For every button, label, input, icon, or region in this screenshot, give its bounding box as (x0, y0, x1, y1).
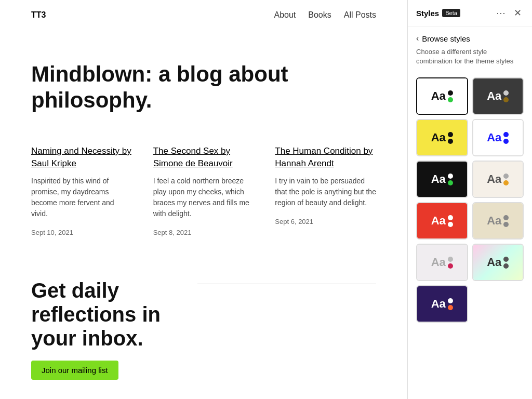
dot-accent (448, 263, 453, 269)
hero-section: Mindblown: a blog about philosophy. (31, 30, 376, 135)
post-date: Sept 8, 2021 (153, 229, 192, 236)
style-aa-label: Aa (431, 131, 446, 144)
dot-primary (448, 298, 453, 303)
panel-browse-header: ‹ Browse styles (408, 26, 532, 47)
style-card-pastel[interactable]: Aa (472, 244, 524, 281)
mailing-list-button[interactable]: Join our mailing list (31, 361, 118, 380)
dot-accent (503, 97, 509, 102)
style-dots (448, 90, 453, 102)
newsletter-divider (197, 284, 376, 284)
posts-grid: Naming and Necessity by Saul Kripke Insp… (31, 135, 376, 258)
post-excerpt: I feel a cold northern breeze play upon … (153, 176, 255, 219)
dot-accent (503, 222, 509, 227)
post-card: The Human Condition by Hannah Arendt I t… (275, 145, 376, 237)
style-dots (503, 132, 509, 144)
style-card-inner: Aa (473, 78, 523, 114)
style-dots (503, 257, 509, 269)
blog-area: TT3 About Books All Posts Mindblown: a b… (0, 0, 407, 399)
dot-primary (503, 257, 509, 262)
style-aa-label: Aa (487, 131, 501, 144)
dot-primary (448, 215, 453, 220)
styles-panel: Styles Beta ⋯ ✕ ‹ Browse styles Choose a… (407, 0, 532, 399)
post-excerpt: I try in vain to be persuaded that the p… (275, 176, 376, 208)
style-aa-label: Aa (431, 89, 446, 103)
browse-subtitle: Choose a different style combination for… (408, 47, 532, 73)
style-card-white[interactable]: Aa (416, 77, 468, 115)
hero-heading: Mindblown: a blog about philosophy. (31, 61, 376, 114)
post-title[interactable]: The Human Condition by Hannah Arendt (275, 145, 376, 170)
style-aa-label: Aa (431, 297, 446, 311)
style-dots (503, 90, 509, 102)
style-card-inner: Aa (417, 203, 467, 238)
style-card-beige[interactable]: Aa (472, 202, 524, 240)
dot-accent (503, 180, 509, 185)
style-aa-label: Aa (487, 89, 501, 103)
dot-accent (503, 263, 509, 269)
style-dots (503, 174, 509, 185)
style-aa-label: Aa (487, 214, 501, 228)
post-card: The Second Sex by Simone de Beauvoir I f… (153, 145, 255, 237)
panel-header: Styles Beta ⋯ ✕ (408, 0, 532, 26)
browse-title: Browse styles (422, 34, 470, 43)
newsletter-heading: Get daily reflections in your inbox. (31, 278, 177, 350)
style-aa-label: Aa (431, 172, 446, 186)
dot-primary (503, 132, 509, 137)
post-excerpt: Inspirited by this wind of promise, my d… (31, 176, 132, 219)
beta-badge: Beta (442, 9, 460, 17)
site-logo: TT3 (31, 10, 46, 20)
dot-primary (503, 215, 509, 220)
dot-accent (448, 139, 453, 144)
dot-primary (448, 257, 453, 262)
post-title[interactable]: Naming and Necessity by Saul Kripke (31, 145, 132, 170)
style-card-inner: Aa (473, 162, 523, 197)
style-card-dark-gray[interactable]: Aa (472, 77, 524, 115)
style-dots (448, 298, 453, 310)
more-menu-button[interactable]: ⋯ (494, 6, 508, 20)
styles-grid: Aa Aa Aa (408, 73, 532, 327)
post-date: Sept 10, 2021 (31, 229, 73, 236)
style-dots (448, 257, 453, 269)
dot-accent (503, 139, 509, 144)
back-arrow-icon[interactable]: ‹ (416, 34, 419, 43)
style-card-yellow[interactable]: Aa (416, 119, 468, 156)
style-card-inner: Aa (417, 120, 467, 155)
dot-primary (448, 90, 453, 96)
site-header: TT3 About Books All Posts (31, 0, 376, 30)
panel-title-area: Styles Beta (416, 9, 460, 18)
post-date: Sept 6, 2021 (275, 218, 313, 225)
nav-about[interactable]: About (274, 10, 296, 20)
style-card-inner: Aa (473, 120, 523, 155)
nav-all-posts[interactable]: All Posts (344, 10, 376, 20)
newsletter-right (197, 278, 376, 295)
style-aa-label: Aa (487, 256, 501, 269)
style-card-white-blue[interactable]: Aa (472, 119, 524, 156)
panel-title: Styles (416, 9, 439, 18)
style-aa-label: Aa (431, 256, 446, 269)
nav-books[interactable]: Books (308, 10, 331, 20)
newsletter-section: Get daily reflections in your inbox. Joi… (31, 258, 376, 399)
dot-primary (503, 90, 509, 96)
style-card-inner: Aa (473, 245, 523, 280)
style-dots (503, 215, 509, 227)
post-title[interactable]: The Second Sex by Simone de Beauvoir (153, 145, 255, 170)
panel-actions: ⋯ ✕ (494, 6, 524, 20)
style-dots (448, 215, 453, 227)
dot-primary (503, 174, 509, 179)
dot-accent (448, 180, 453, 185)
style-card-cream[interactable]: Aa (472, 161, 524, 198)
style-aa-label: Aa (487, 172, 501, 186)
style-card-inner: Aa (417, 162, 467, 197)
style-card-black[interactable]: Aa (416, 161, 468, 198)
dot-primary (448, 132, 453, 137)
style-dots (448, 132, 453, 144)
style-card-light-gray[interactable]: Aa (416, 244, 468, 281)
close-panel-button[interactable]: ✕ (512, 6, 524, 20)
style-card-red[interactable]: Aa (416, 202, 468, 240)
style-card-inner: Aa (417, 286, 467, 322)
post-card: Naming and Necessity by Saul Kripke Insp… (31, 145, 132, 237)
dot-accent (448, 222, 453, 227)
site-nav: About Books All Posts (274, 10, 376, 20)
style-card-inner: Aa (473, 203, 523, 238)
style-card-dark-purple[interactable]: Aa (416, 285, 468, 323)
style-dots (448, 174, 453, 185)
